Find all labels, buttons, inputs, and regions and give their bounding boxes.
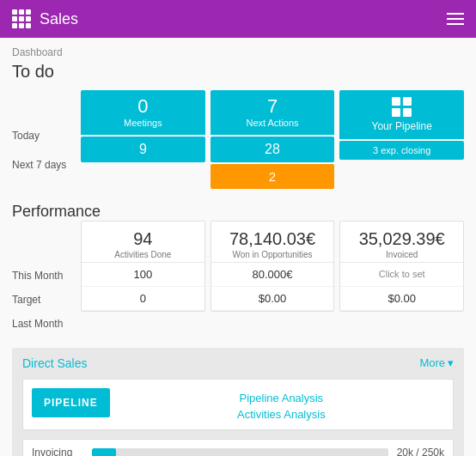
meetings-label: Meetings [84, 118, 202, 129]
invoiced-card: 35,029.39€ Invoiced Click to set $0.00 [339, 221, 464, 312]
main-content: Dashboard To do Today Next 7 days 0 Meet… [0, 38, 476, 456]
next7-label: Next 7 days [12, 150, 81, 179]
invoicing-label: Invoicing [32, 447, 83, 456]
pipeline-grid-icon [392, 97, 412, 117]
activities-done-last-month: 0 [82, 287, 204, 311]
perf-row-labels: This Month Target Last Month [12, 221, 81, 336]
won-opp-last-month: $0.00 [211, 287, 334, 311]
performance-section: Performance This Month Target Last Month… [12, 203, 464, 336]
invoicing-row: Invoicing 20k / 250k [22, 439, 454, 456]
perf-cards: 94 Activities Done 100 0 78,140.03€ Won … [81, 221, 464, 312]
breadcrumb: Dashboard [12, 46, 464, 58]
todo-grid: Today Next 7 days 0 Meetings 9 7 Next Ac… [12, 90, 464, 189]
activities-done-label: Activities Done [85, 249, 201, 260]
app-title: Sales [40, 10, 447, 28]
meetings-today-value: 0 [84, 95, 202, 118]
invoicing-bar-fill [92, 448, 116, 456]
todo-title: To do [12, 62, 464, 82]
chevron-down-icon: ▾ [448, 356, 454, 369]
meetings-next7-value[interactable]: 9 [81, 137, 205, 162]
more-label: More [419, 356, 445, 369]
pipeline-card: Your Pipeline 3 exp. closing [339, 90, 464, 189]
activities-done-target: 100 [82, 263, 204, 287]
analysis-links: Pipeline Analysis Activities Analysis [119, 388, 444, 421]
won-opp-header: 78,140.03€ Won in Opportunities [211, 222, 334, 263]
app-header: Sales [0, 0, 476, 38]
performance-grid: This Month Target Last Month 94 Activiti… [12, 221, 464, 336]
activities-analysis-link[interactable]: Activities Analysis [119, 408, 444, 421]
direct-sales-title: Direct Sales [22, 356, 87, 370]
invoicing-bar-background [92, 448, 388, 456]
pipeline-analysis-link[interactable]: Pipeline Analysis [119, 392, 444, 404]
grid-icon[interactable] [12, 9, 31, 28]
next-actions-label: Next Actions [214, 118, 332, 129]
won-opp-target: 80.000€ [211, 263, 334, 287]
invoiced-last-month: $0.00 [340, 287, 463, 311]
won-opp-value: 78,140.03€ [215, 228, 331, 249]
next-actions-next7-value[interactable]: 28 [211, 137, 335, 162]
next-actions-header[interactable]: 7 Next Actions [211, 90, 335, 135]
invoiced-label: Invoiced [344, 249, 460, 260]
last-month-label: Last Month [12, 312, 81, 336]
today-label: Today [12, 121, 81, 150]
pipeline-header[interactable]: Your Pipeline [339, 90, 464, 139]
more-button[interactable]: More ▾ [419, 356, 454, 369]
activities-done-header: 94 Activities Done [82, 222, 204, 263]
pipeline-label: Your Pipeline [343, 120, 461, 132]
activities-done-card: 94 Activities Done 100 0 [81, 221, 205, 312]
target-label: Target [12, 288, 81, 312]
won-opp-label: Won in Opportunities [215, 249, 331, 260]
hamburger-icon[interactable] [447, 13, 464, 25]
activities-done-value: 94 [85, 228, 201, 249]
direct-sales-header: Direct Sales More ▾ [22, 356, 454, 370]
meetings-card: 0 Meetings 9 [81, 90, 205, 189]
performance-title: Performance [12, 203, 464, 221]
next-actions-today-value: 7 [214, 95, 332, 118]
invoiced-value: 35,029.39€ [344, 228, 460, 249]
this-month-label: This Month [12, 264, 81, 288]
invoiced-target[interactable]: Click to set [340, 263, 463, 287]
direct-sales-section: Direct Sales More ▾ PIPELINE Pipeline An… [12, 348, 464, 456]
meetings-header[interactable]: 0 Meetings [81, 90, 205, 135]
todo-row-labels: Today Next 7 days [12, 90, 81, 179]
pipeline-analysis-row: PIPELINE Pipeline Analysis Activities An… [22, 379, 454, 430]
invoiced-header: 35,029.39€ Invoiced [340, 222, 463, 263]
next-actions-overdue-value[interactable]: 2 [211, 164, 335, 189]
todo-cards: 0 Meetings 9 7 Next Actions 28 2 [81, 90, 464, 189]
pipeline-button[interactable]: PIPELINE [32, 388, 110, 417]
won-opportunities-card: 78,140.03€ Won in Opportunities 80.000€ … [211, 221, 335, 312]
next-actions-card: 7 Next Actions 28 2 [211, 90, 335, 189]
invoicing-value: 20k / 250k [397, 447, 444, 456]
pipeline-exp-closing[interactable]: 3 exp. closing [339, 141, 464, 160]
